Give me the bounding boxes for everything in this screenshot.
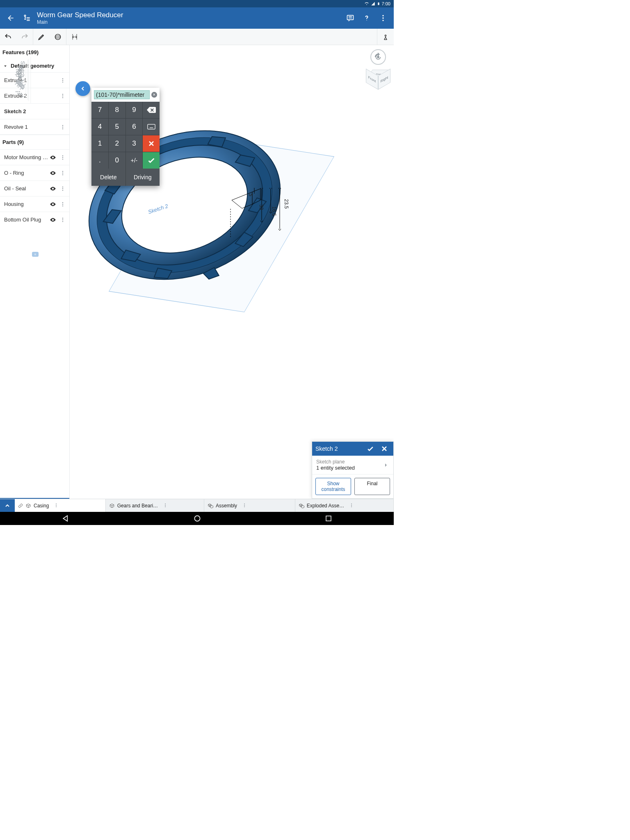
item-menu[interactable]: [18, 91, 28, 101]
key-2[interactable]: 2: [109, 135, 126, 152]
numeric-keypad: (101-70)*millimeter ✕ 7 8 9 4 5 6 1 2 3 …: [91, 88, 160, 186]
key-driving[interactable]: Driving: [126, 169, 160, 186]
back-button[interactable]: [2, 10, 19, 26]
item-menu[interactable]: [58, 75, 68, 85]
feature-sketch1[interactable]: Sketch 1: [15, 57, 31, 103]
sketch-confirm-button[interactable]: [365, 443, 376, 454]
visibility-toggle[interactable]: [48, 199, 58, 209]
overflow-menu-button[interactable]: [375, 10, 391, 26]
dim-33[interactable]: 33: [258, 204, 264, 210]
item-menu[interactable]: [58, 215, 68, 225]
final-button[interactable]: Final: [354, 478, 390, 495]
key-6[interactable]: 6: [126, 119, 143, 135]
comments-button[interactable]: [342, 10, 358, 26]
nav-home-button[interactable]: [193, 514, 201, 523]
item-menu[interactable]: [58, 184, 68, 194]
svg-point-26: [62, 80, 63, 80]
feature-revolve1[interactable]: Revolve 1: [0, 119, 69, 135]
app-title-block: Worm Gear Speed Reducer Main: [37, 11, 342, 25]
sketch-plane-selector[interactable]: Sketch plane 1 entity selected: [312, 456, 393, 475]
part-oil-seal[interactable]: Oil - Seal: [0, 180, 69, 196]
redo-button[interactable]: [16, 29, 33, 45]
part-o-ring[interactable]: O - Ring: [0, 165, 69, 180]
visibility-toggle[interactable]: [48, 184, 58, 194]
show-constraints-button[interactable]: Show constraints: [315, 478, 351, 495]
tab-menu[interactable]: [349, 502, 354, 509]
item-menu[interactable]: [58, 122, 68, 132]
dim-5[interactable]: 5: [248, 194, 253, 196]
dim-23-5[interactable]: 23.5: [283, 199, 289, 208]
svg-point-48: [62, 221, 63, 221]
key-keyboard[interactable]: [143, 119, 160, 135]
tab-bar-collapse[interactable]: [0, 499, 15, 512]
sphere-tool[interactable]: [50, 29, 66, 45]
svg-point-67: [56, 506, 57, 507]
visibility-toggle[interactable]: [48, 168, 58, 178]
svg-point-46: [62, 217, 63, 218]
svg-point-5: [382, 17, 383, 18]
visibility-toggle[interactable]: [48, 215, 58, 225]
sketch-tool[interactable]: [33, 29, 50, 45]
tab-assembly[interactable]: Assembly: [204, 499, 295, 512]
feature-sketch2[interactable]: Sketch 2: [0, 103, 69, 119]
key-3[interactable]: 3: [126, 135, 143, 152]
nav-back-button[interactable]: [62, 514, 70, 523]
svg-rect-58: [377, 56, 379, 58]
visibility-toggle[interactable]: [48, 153, 58, 162]
svg-point-66: [56, 505, 57, 506]
dimension-tool[interactable]: [66, 29, 83, 45]
dimension-input[interactable]: (101-70)*millimeter: [94, 90, 150, 99]
tab-menu[interactable]: [242, 502, 247, 509]
feature-sidebar[interactable]: Features (199) Default geometry Origin T…: [0, 45, 70, 499]
part-bottom-oil-plug[interactable]: Bottom Oil Plug: [0, 212, 69, 227]
svg-point-28: [62, 94, 63, 94]
svg-point-33: [62, 128, 63, 129]
sketch-plane-value: 1 entity selected: [316, 465, 355, 471]
item-menu[interactable]: [58, 168, 68, 178]
help-button[interactable]: [358, 10, 375, 26]
tab-menu[interactable]: [163, 502, 168, 509]
tab-menu[interactable]: [54, 502, 59, 509]
key-8[interactable]: 8: [109, 102, 126, 118]
key-4[interactable]: 4: [91, 119, 108, 135]
tab-bar: Casing Gears and Beari… Assembly Explode…: [0, 499, 394, 512]
nav-recents-button[interactable]: [325, 515, 332, 522]
clear-input-button[interactable]: ✕: [151, 92, 157, 98]
visibility-toggle[interactable]: [18, 82, 28, 91]
item-menu[interactable]: [58, 153, 68, 162]
sketch-cancel-button[interactable]: [379, 443, 390, 454]
key-5[interactable]: 5: [109, 119, 126, 135]
view-options-button[interactable]: [377, 29, 394, 45]
svg-point-42: [62, 189, 63, 190]
key-plusminus[interactable]: +/-: [126, 152, 143, 169]
item-menu[interactable]: [58, 91, 68, 101]
svg-point-4: [382, 15, 383, 16]
dim-16-5[interactable]: 16.5: [271, 206, 277, 216]
toolbar: [0, 29, 394, 45]
tab-gears[interactable]: Gears and Beari…: [106, 499, 204, 512]
key-delete[interactable]: Delete: [91, 169, 126, 186]
sketch-dimensions: [230, 188, 295, 245]
key-confirm[interactable]: [143, 152, 160, 169]
tab-exploded[interactable]: Exploded Asse…: [295, 499, 394, 512]
key-cancel[interactable]: [143, 135, 160, 152]
svg-point-35: [62, 157, 63, 158]
android-nav-bar: [0, 512, 394, 525]
key-backspace[interactable]: [143, 102, 160, 118]
key-0[interactable]: 0: [109, 152, 126, 169]
key-1[interactable]: 1: [91, 135, 108, 152]
view-cube[interactable]: Top Front Right: [367, 67, 390, 90]
tab-casing[interactable]: Casing: [15, 499, 106, 512]
part-housing[interactable]: Housing: [0, 196, 69, 212]
feature-tree-icon[interactable]: [19, 10, 35, 26]
key-7[interactable]: 7: [91, 102, 108, 118]
rollback-handle[interactable]: [32, 252, 39, 257]
svg-point-77: [194, 516, 200, 521]
collapse-sidebar-fab[interactable]: [75, 81, 90, 96]
key-9[interactable]: 9: [126, 102, 143, 118]
part-motor-mounting[interactable]: Motor Mounting Fla…: [0, 149, 69, 165]
key-dot[interactable]: .: [91, 152, 108, 169]
undo-button[interactable]: [0, 29, 16, 45]
rotation-lock-button[interactable]: [370, 49, 386, 65]
item-menu[interactable]: [58, 199, 68, 209]
